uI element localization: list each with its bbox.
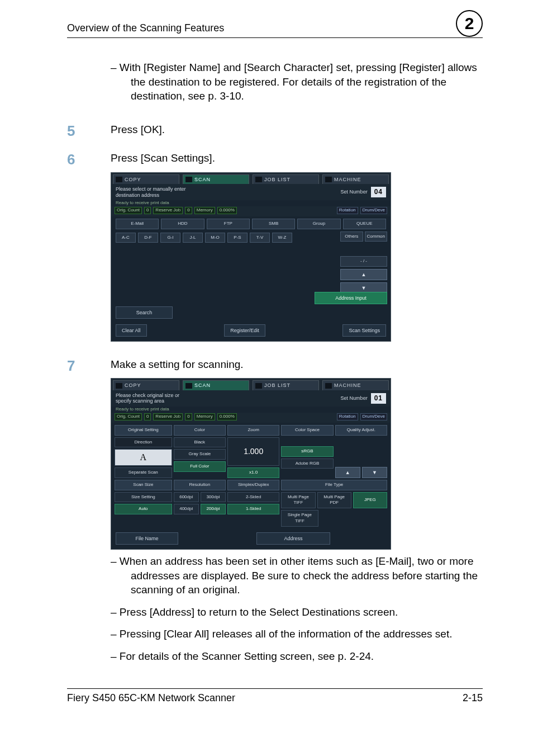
- dest-smb[interactable]: SMB: [252, 219, 295, 229]
- ready-text: Ready to receive print data: [111, 200, 391, 206]
- machine-icon: [325, 383, 332, 389]
- page-indicator: - / -: [340, 256, 387, 267]
- tab-joblist-2[interactable]: JOB LIST: [253, 380, 319, 390]
- screenshot-destinations: COPY SCAN JOB LIST MACHINE Please select…: [111, 172, 391, 342]
- zoom-x1[interactable]: x1.0: [227, 467, 279, 478]
- memory-value: 0.000%: [217, 207, 237, 214]
- dest-email[interactable]: E-Mail: [116, 219, 159, 229]
- step-6-text: Press [Scan Settings].: [111, 151, 483, 166]
- clear-all-button[interactable]: Clear All: [116, 324, 147, 337]
- hdr-color-space: Color Space: [281, 425, 333, 436]
- alpha-tv[interactable]: T-V: [250, 233, 270, 243]
- hdr-original-setting[interactable]: Original Setting: [115, 425, 172, 436]
- direction-label: Direction: [115, 437, 172, 448]
- register-edit-button[interactable]: Register/Edit: [224, 324, 265, 337]
- step-5-num: 5: [67, 122, 84, 140]
- set-number-label-2: Set Number: [341, 395, 368, 401]
- color-full[interactable]: Full Color: [174, 461, 226, 472]
- step-5-text: Press [OK].: [111, 122, 483, 140]
- memory-label: Memory: [194, 207, 215, 214]
- hdr-resolution: Resolution: [174, 480, 226, 490]
- set-number-label: Set Number: [341, 188, 368, 195]
- common-button[interactable]: Common: [365, 231, 388, 242]
- set-number-value-2: 01: [371, 393, 386, 403]
- dest-queue[interactable]: QUEUE: [343, 219, 386, 229]
- hdr-quality[interactable]: Quality Adjust.: [335, 425, 387, 436]
- res-600[interactable]: 600dpi: [174, 492, 199, 503]
- hdr-scan-size: Scan Size: [115, 480, 172, 490]
- hdr-filetype: File Type: [281, 480, 387, 490]
- alpha-gi[interactable]: G-I: [160, 233, 180, 243]
- footer-left: Fiery S450 65C-KM Network Scanner: [67, 692, 235, 704]
- step-6-num: 6: [67, 151, 84, 346]
- joblist-icon: [255, 177, 262, 182]
- color-gray[interactable]: Gray Scale: [174, 449, 226, 460]
- hdr-zoom: Zoom: [227, 425, 279, 436]
- drum-indicator: Drum/Deve: [360, 207, 387, 214]
- tab-scan-2[interactable]: SCAN: [183, 380, 249, 390]
- ft-sp-tiff[interactable]: Single Page TIFF: [281, 510, 318, 527]
- orig-count-label: Orig. Count: [115, 207, 142, 214]
- orig-count-value-2: 0: [144, 413, 151, 420]
- tab-copy-2[interactable]: COPY: [113, 380, 179, 390]
- search-button[interactable]: Search: [116, 306, 173, 319]
- message-text: Please select or manually enter destinat…: [116, 186, 186, 199]
- memory-label-2: Memory: [194, 413, 215, 420]
- alpha-jl[interactable]: J-L: [183, 233, 203, 243]
- orig-count-value: 0: [144, 207, 151, 214]
- address-input-button[interactable]: Address Input: [315, 292, 387, 304]
- reserve-label: Reserve Job: [153, 207, 183, 214]
- hdr-color: Color: [174, 425, 226, 436]
- res-400[interactable]: 400dpi: [174, 504, 199, 514]
- set-number-value: 04: [371, 187, 386, 197]
- copy-icon: [116, 177, 122, 182]
- reserve-value: 0: [185, 207, 192, 214]
- note-3: – Pressing [Clear All] releases all of t…: [111, 627, 483, 641]
- drum-indicator-2: Drum/Deve: [360, 413, 387, 420]
- alpha-df[interactable]: D-F: [138, 233, 158, 243]
- direction-A[interactable]: A: [115, 449, 172, 466]
- cspace-srgb[interactable]: sRGB: [281, 446, 333, 457]
- scan-settings-button[interactable]: Scan Settings: [342, 324, 386, 337]
- duplex-1sided[interactable]: 1-Sided: [227, 504, 279, 514]
- intro-note: – With [Register Name] and [Search Chara…: [111, 60, 483, 103]
- address-button[interactable]: Address: [256, 532, 330, 545]
- step-7-num: 7: [67, 357, 84, 672]
- tab-copy[interactable]: COPY: [113, 174, 179, 184]
- tab-machine-2[interactable]: MACHINE: [322, 380, 389, 390]
- step-spacer: [67, 60, 84, 111]
- tab-joblist[interactable]: JOB LIST: [253, 174, 319, 184]
- ft-mp-tiff[interactable]: Multi Page TIFF: [281, 492, 315, 509]
- note-1: – When an address has been set in other …: [111, 554, 483, 597]
- alpha-mo[interactable]: M-O: [205, 233, 225, 243]
- ft-mp-pdf[interactable]: Multi Page PDF: [317, 492, 351, 509]
- res-200[interactable]: 200dpi: [201, 504, 226, 514]
- note-4: – For details of the Scanner Setting scr…: [111, 649, 483, 664]
- size-auto[interactable]: Auto: [115, 504, 172, 514]
- quality-down-icon[interactable]: ▼: [362, 467, 387, 478]
- size-setting-button[interactable]: Size Setting: [115, 492, 172, 503]
- alpha-wz[interactable]: W-Z: [272, 233, 292, 243]
- separate-scan-button[interactable]: Separate Scan: [115, 467, 172, 478]
- dest-ftp[interactable]: FTP: [207, 219, 250, 229]
- tab-scan[interactable]: SCAN: [183, 174, 249, 184]
- duplex-2sided[interactable]: 2-Sided: [227, 492, 279, 503]
- chapter-badge: 2: [456, 10, 483, 37]
- dest-hdd[interactable]: HDD: [161, 219, 204, 229]
- cspace-adobe[interactable]: Adobe RGB: [281, 459, 333, 469]
- quality-up-icon[interactable]: ▲: [335, 467, 360, 478]
- color-black[interactable]: Black: [174, 437, 226, 448]
- alpha-ac[interactable]: A-C: [116, 233, 136, 243]
- ft-jpeg[interactable]: JPEG: [353, 492, 387, 509]
- tab-machine[interactable]: MACHINE: [322, 174, 389, 184]
- others-button[interactable]: Others: [340, 231, 363, 242]
- file-name-button[interactable]: File Name: [116, 532, 178, 545]
- ready-text-2: Ready to receive print data: [111, 407, 391, 413]
- step-7-text: Make a setting for scanning.: [111, 357, 483, 372]
- alpha-ps[interactable]: P-S: [227, 233, 248, 243]
- dest-group[interactable]: Group: [297, 219, 340, 229]
- scroll-up-icon[interactable]: ▲: [340, 269, 387, 280]
- note-2: – Press [Address] to return to the Selec…: [111, 605, 483, 620]
- zoom-value: 1.000: [227, 437, 279, 466]
- res-300[interactable]: 300dpi: [201, 492, 226, 503]
